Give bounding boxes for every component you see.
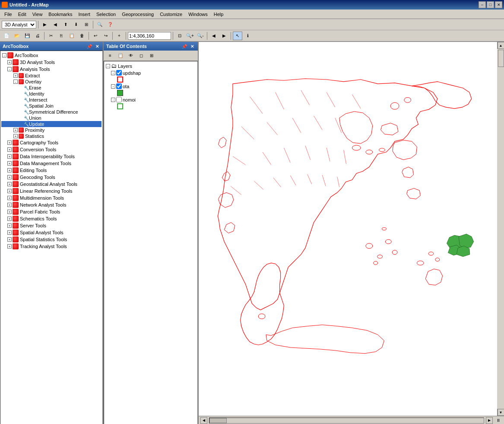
tree-item-geocoding[interactable]: + Geocoding Tools [1, 174, 101, 181]
nomoi-toggle[interactable]: - [111, 98, 115, 102]
tree-item-union[interactable]: 🔧 Union [1, 115, 101, 121]
toolbar-btn-7[interactable]: ❓ [105, 20, 115, 29]
spatial-stats-toggle[interactable]: + [7, 237, 12, 242]
tree-item-identity[interactable]: 🔧 Identity [1, 91, 101, 97]
minimize-button[interactable]: – [479, 1, 486, 8]
updshap-toggle[interactable]: - [111, 71, 115, 75]
geocoding-toggle[interactable]: + [7, 175, 12, 179]
tree-item-conversion[interactable]: + Conversion Tools [1, 146, 101, 153]
save-btn[interactable]: 💾 [22, 32, 32, 40]
toc-list-btn[interactable]: ≡ [105, 51, 115, 60]
tree-item-extract[interactable]: + Extract [1, 73, 101, 79]
tree-item-linear-ref[interactable]: + Linear Referencing Tools [1, 188, 101, 194]
toolbar-btn-6[interactable]: 🔍 [95, 20, 105, 29]
ota-toggle[interactable]: - [111, 84, 115, 89]
tree-item-parcel[interactable]: + Parcel Fabric Tools [1, 208, 101, 215]
tree-item-spatial-analyst[interactable]: + Spatial Analyst Tools [1, 229, 101, 236]
proximity-toggle[interactable]: + [13, 128, 18, 132]
zoom-in-btn[interactable]: 🔍+ [185, 32, 195, 40]
tree-item-cartography[interactable]: + Cartography Tools [1, 139, 101, 146]
map-scrollbar-right[interactable]: ▲ ▼ [497, 42, 504, 416]
menu-view[interactable]: View [30, 11, 45, 18]
toc-pin[interactable]: 📌 [181, 44, 188, 49]
panel-close-btn[interactable]: ✕ [94, 44, 100, 49]
parcel-toggle[interactable]: + [7, 210, 12, 214]
tree-item-tracking[interactable]: + Tracking Analyst Tools [1, 243, 101, 250]
redo-btn[interactable]: ↪ [101, 32, 111, 40]
zoom-extent-btn[interactable]: ⊡ [175, 32, 184, 40]
maximize-button[interactable]: □ [487, 1, 494, 8]
tree-item-server[interactable]: + Server Tools [1, 222, 101, 229]
toc-layer-updshap[interactable]: - updshap [105, 70, 197, 76]
zoom-in-tool[interactable]: + [114, 32, 124, 40]
forward-btn[interactable]: ▶ [219, 32, 229, 40]
toc-source-btn[interactable]: 📋 [116, 51, 125, 60]
scale-input[interactable] [128, 32, 171, 40]
tree-item-spatial-join[interactable]: 🔧 Spatial Join [1, 103, 101, 109]
copy-btn[interactable]: ⎘ [57, 32, 66, 40]
tree-item-intersect[interactable]: 🔧 Intersect [1, 97, 101, 103]
scroll-thumb[interactable] [498, 50, 504, 67]
menu-help[interactable]: Help [211, 11, 226, 18]
tree-item-proximity[interactable]: + Proximity [1, 127, 101, 133]
tree-item-overlay[interactable]: - Overlay [1, 79, 101, 85]
updshap-checkbox[interactable] [116, 70, 122, 76]
panel-controls[interactable]: 📌 ✕ [86, 44, 100, 49]
scroll-track[interactable] [497, 49, 504, 409]
tree-item-sym-diff[interactable]: 🔧 Symmetrical Difference [1, 109, 101, 115]
toc-vis-btn[interactable]: 👁 [126, 51, 136, 60]
tree-item-geostatistical[interactable]: + Geostatistical Analyst Tools [1, 181, 101, 188]
toolbar-btn-3[interactable]: ⬆ [61, 20, 70, 29]
server-toggle[interactable]: + [7, 223, 12, 228]
conversion-toggle[interactable]: + [7, 147, 12, 152]
ota-checkbox[interactable] [116, 83, 122, 89]
new-btn[interactable]: 📄 [2, 32, 11, 40]
statistics-toggle[interactable]: + [13, 134, 18, 138]
3d-toggle[interactable]: + [7, 60, 12, 64]
tree-item-statistics[interactable]: + Statistics [1, 133, 101, 139]
toc-sel-btn[interactable]: ◻ [136, 51, 146, 60]
menu-edit[interactable]: Edit [16, 11, 29, 18]
panel-pin[interactable]: 📌 [86, 44, 93, 49]
schematics-toggle[interactable]: + [7, 217, 12, 221]
tree-item-spatial-stats[interactable]: + Spatial Statistics Tools [1, 236, 101, 243]
scroll-left-btn[interactable]: ◀ [200, 417, 207, 424]
tree-item-update[interactable]: 🔧 Update [1, 121, 101, 127]
nomoi-checkbox[interactable] [116, 97, 122, 102]
h-scroll-track[interactable] [209, 418, 484, 424]
back-btn[interactable]: ◀ [209, 32, 219, 40]
toc-search-btn[interactable]: ⊞ [147, 51, 156, 60]
multidim-toggle[interactable]: + [7, 196, 12, 200]
menu-geoprocessing[interactable]: Geoprocessing [119, 11, 156, 18]
linear-ref-toggle[interactable]: + [7, 189, 12, 193]
layers-toggle[interactable]: - [106, 64, 110, 68]
title-bar-controls[interactable]: – □ ✕ [479, 1, 502, 8]
tree-item-root[interactable]: - ArcToolbox [1, 52, 101, 59]
toolbar-btn-4[interactable]: ⬇ [71, 20, 81, 29]
data-mgmt-toggle[interactable]: + [7, 161, 12, 166]
spatial-analyst-toggle[interactable]: + [7, 230, 12, 235]
cut-btn[interactable]: ✂ [46, 32, 56, 40]
tree-item-data-interop[interactable]: + Data Interoperability Tools [1, 153, 101, 160]
extract-toggle[interactable]: + [13, 73, 18, 78]
tree-item-3d[interactable]: + 3D Analyst Tools [1, 59, 101, 66]
editing-toggle[interactable]: + [7, 168, 12, 172]
menu-bookmarks[interactable]: Bookmarks [46, 11, 75, 18]
toolbar-btn-5[interactable]: ⊞ [82, 20, 91, 29]
toolbar-btn-1[interactable]: ▶ [40, 20, 50, 29]
open-btn[interactable]: 📂 [12, 32, 22, 40]
tree-item-data-mgmt[interactable]: + Data Management Tools [1, 160, 101, 167]
analysis-toggle[interactable]: - [7, 67, 12, 71]
root-toggle[interactable]: - [2, 53, 6, 57]
undo-btn[interactable]: ↩ [91, 32, 100, 40]
identify-btn[interactable]: ℹ [243, 32, 253, 40]
menu-windows[interactable]: Windows [186, 11, 210, 18]
select-tool[interactable]: ↖ [233, 32, 242, 40]
analyst-combo[interactable]: 3D Analyst [2, 21, 36, 29]
network-toggle[interactable]: + [7, 203, 12, 207]
delete-btn[interactable]: 🗑 [77, 32, 87, 40]
toc-layers-root[interactable]: - 🗂 Layers [105, 62, 197, 70]
scroll-down-btn[interactable]: ▼ [498, 409, 504, 416]
tree-item-analysis[interactable]: - Analysis Tools [1, 66, 101, 73]
data-interop-toggle[interactable]: + [7, 154, 12, 159]
